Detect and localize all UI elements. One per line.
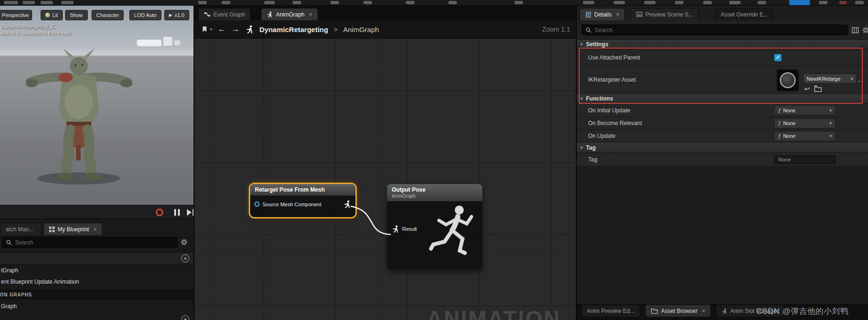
search-input[interactable] (15, 239, 174, 246)
tab-label: AnimGraph (276, 11, 304, 18)
toolbar-icon (363, 1, 372, 4)
property-label: On Update (577, 133, 770, 139)
dropdown-value: None (783, 108, 795, 113)
property-row-on-update: On Update ƒ None ▾ (577, 130, 868, 143)
node-title-bar: Retarget Pose From Mesh (250, 184, 355, 196)
toolbar-icon (330, 1, 339, 4)
node-subtitle: AnimGraph (392, 194, 478, 199)
property-label: Tag (577, 156, 770, 163)
bookmark-icon[interactable] (201, 25, 208, 33)
use-selected-asset-icon[interactable]: ↩ (804, 85, 810, 93)
play-icon: ▶ (169, 13, 172, 17)
breadcrumb-current[interactable]: AnimGraph (343, 25, 379, 34)
asset-thumbnail[interactable] (777, 69, 799, 91)
tab-preview-scene-settings[interactable]: Preview Scene S... (631, 8, 699, 20)
tab-watch-window[interactable]: atch Man... (0, 223, 42, 235)
step-forward-button[interactable] (187, 209, 194, 216)
lit-viewmode-button[interactable]: Lit (41, 10, 63, 20)
category-settings[interactable]: ▾ Settings (577, 40, 868, 49)
character-menu-button[interactable]: Character (92, 10, 124, 20)
ikretargeter-icon (780, 72, 796, 88)
display-filter-icon[interactable] (851, 26, 859, 34)
lod-auto-button[interactable]: LOD Auto (129, 10, 161, 20)
close-icon[interactable]: × (309, 11, 312, 17)
asset-dropdown[interactable]: NewIKRetarge ▾ (803, 74, 856, 84)
close-icon[interactable]: × (616, 11, 620, 17)
playback-speed-button[interactable]: ▶ x1.0 (164, 10, 189, 20)
tab-event-graph[interactable]: Event Graph (198, 8, 251, 20)
result-pin-icon[interactable] (392, 225, 399, 233)
details-search[interactable] (581, 25, 848, 35)
graph-canvas[interactable]: ANIMATION ▾ ← → DynamicRetargeting > Ani… (194, 20, 576, 320)
running-mannequin-graphic (429, 203, 480, 264)
toolbar-icon (839, 1, 847, 4)
settings-gear-icon[interactable] (180, 238, 188, 246)
perspective-menu-button[interactable]: Perspective (0, 10, 32, 20)
tab-label: Anim Preview Ed... (587, 308, 634, 314)
category-functions[interactable]: ▾ Functions (577, 94, 868, 104)
graph-breadcrumb-bar: ▾ ← → DynamicRetargeting > AnimGraph Zoo… (194, 20, 576, 39)
source-mesh-component-pin-icon[interactable] (254, 202, 260, 207)
csdn-watermark: CSDN @弹吉他的小刘鸭 (756, 306, 849, 317)
blueprint-search[interactable] (2, 237, 177, 248)
close-icon[interactable]: × (702, 308, 706, 314)
running-person-icon (267, 11, 273, 17)
tab-anim-preview-editor[interactable]: Anim Preview Ed... (581, 305, 640, 317)
on-update-dropdown[interactable]: ƒ None ▾ (774, 131, 835, 141)
back-arrow-icon[interactable]: ← (218, 25, 226, 34)
toolbar-primary-button[interactable] (789, 0, 810, 5)
pause-button[interactable] (174, 209, 180, 216)
tab-label: Details (594, 11, 612, 18)
animation-graphs-section-header[interactable]: ON GRAPHS (0, 290, 194, 299)
chevron-down-icon: ▾ (829, 108, 832, 113)
breadcrumb-root[interactable]: DynamicRetargeting (260, 25, 329, 34)
chevron-down-icon: ▾ (829, 134, 832, 138)
tab-animgraph[interactable]: AnimGraph × (261, 8, 318, 20)
tag-input-field[interactable]: None (774, 155, 835, 164)
category-tag[interactable]: ▾ Tag (577, 143, 868, 153)
blueprint-item-update-animation[interactable]: ent Blueprint Update Animation (1, 278, 79, 285)
node-title: Retarget Pose From Mesh (255, 186, 351, 193)
settings-gear-icon[interactable] (862, 26, 868, 34)
toolbar-icon (855, 1, 864, 4)
background-scenery (136, 34, 183, 49)
browse-to-asset-icon[interactable] (814, 85, 822, 92)
use-attached-parent-checkbox[interactable]: ✓ (774, 54, 782, 61)
blueprint-item-eventgraph[interactable]: tGraph (1, 267, 18, 274)
close-icon[interactable]: × (93, 226, 97, 232)
toolbar-icon (729, 1, 741, 4)
bookmark-chevron-icon[interactable]: ▾ (210, 27, 212, 32)
tab-asset-browser[interactable]: Asset Browser × (645, 305, 711, 317)
preview-viewport[interactable]: Perspective Lit Show Character LOD Auto … (0, 6, 194, 205)
add-item-button-clipped[interactable]: + (181, 315, 189, 320)
node-retarget-pose-from-mesh[interactable]: Retarget Pose From Mesh Source Mesh Comp… (250, 184, 355, 217)
pose-wire[interactable] (351, 206, 391, 235)
tab-my-blueprint[interactable]: My Blueprint × (43, 223, 102, 235)
search-icon (585, 27, 592, 34)
check-icon: ✓ (775, 54, 780, 60)
function-icon: ƒ (778, 108, 781, 113)
add-graph-button[interactable]: + (181, 254, 189, 262)
on-become-relevant-dropdown[interactable]: ƒ None ▾ (774, 118, 835, 128)
record-button[interactable] (156, 209, 163, 216)
pin-label: Result (402, 226, 417, 232)
on-initial-update-dropdown[interactable]: ƒ None ▾ (774, 105, 835, 115)
tab-details[interactable]: Details × (580, 8, 625, 20)
search-input[interactable] (595, 27, 844, 34)
node-title-bar: Output Pose AnimGraph (387, 184, 482, 202)
chevron-down-icon: ▾ (581, 145, 583, 150)
toolbar-icon (675, 1, 683, 4)
toolbar-icon (264, 1, 275, 4)
node-output-pose[interactable]: Output Pose AnimGraph Result (387, 184, 482, 269)
lit-sphere-icon (45, 13, 50, 17)
category-label: Functions (586, 95, 613, 102)
graphs-category-row[interactable]: + (0, 252, 194, 264)
show-menu-button[interactable]: Show (65, 10, 88, 20)
tab-asset-override-editor[interactable]: Asset Override E... (715, 8, 774, 20)
property-label: IKRetargeter Asset (577, 76, 770, 83)
property-label: On Initial Update (577, 107, 770, 114)
forward-arrow-icon[interactable]: → (232, 25, 240, 34)
pick-asset-arrow-icon[interactable]: ← (857, 76, 863, 84)
blueprint-item-animgraph[interactable]: Graph (1, 303, 17, 310)
pose-output-pin-icon[interactable] (343, 200, 351, 208)
